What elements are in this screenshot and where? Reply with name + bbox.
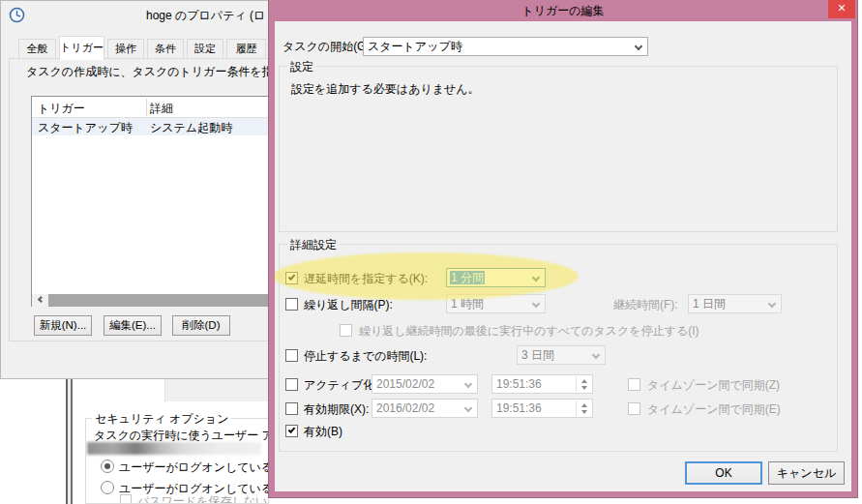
spin-down-icon (581, 410, 587, 414)
properties-titlebar: hoge のプロパティ (ロ (1, 1, 271, 28)
triggers-description: タスクの作成時に、タスクのトリガー条件を指定できま (26, 64, 272, 80)
account-name-redacted[interactable] (87, 442, 261, 455)
activate-date-picker[interactable]: 2015/02/02 (372, 374, 478, 394)
screen: セキュリティ オプション タスクの実行時に使うユーザー アカウン ユーザーがログ… (0, 0, 862, 504)
settings-message: 設定を追加する必要はありません。 (291, 82, 480, 96)
sync-timezone-expire-label: タイムゾーン間で同期(E) (647, 402, 781, 416)
spinner-buttons[interactable] (576, 376, 591, 392)
repeat-checkbox[interactable] (285, 298, 298, 311)
properties-title: hoge のプロパティ (ロ (146, 8, 265, 24)
expire-time-spinner[interactable]: 19:51:36 (491, 399, 593, 418)
tab-actions[interactable]: 操作 (107, 39, 144, 59)
ok-button[interactable]: OK (685, 461, 762, 485)
chevron-down-icon (635, 43, 642, 50)
security-options-content: タスクの実行時に使うユーザー アカウン ユーザーがログオンしているときのみ ユー… (86, 419, 268, 503)
column-header-trigger[interactable]: トリガー (38, 101, 85, 117)
edit-button[interactable]: 編集(E)... (104, 315, 162, 336)
expire-checkbox[interactable] (285, 402, 298, 415)
duration-combo[interactable]: 1 日間 (688, 294, 782, 313)
table-row[interactable]: スタートアップ時 システム起動時 (32, 118, 272, 135)
trigger-list: トリガー 詳細 スタートアップ時 システム起動時 (31, 96, 272, 307)
sync-timezone-expire-checkbox[interactable] (628, 402, 640, 415)
duration-value: 1 日間 (693, 297, 726, 311)
spin-up-icon (581, 403, 587, 407)
expire-date-value: 2016/02/02 (376, 401, 434, 415)
close-button[interactable]: × (828, 0, 855, 18)
settings-group-title: 設定 (287, 59, 316, 75)
edit-trigger-title: トリガーの編集 (521, 4, 604, 17)
task-start-label: タスクの開始(G): (282, 40, 373, 53)
task-start-value: スタートアップ時 (368, 40, 462, 53)
password-checkbox-label: パスワードを保存しない。タス (137, 494, 268, 503)
column-divider[interactable] (146, 99, 147, 116)
enabled-checkbox[interactable] (285, 425, 298, 437)
task-start-combo[interactable]: スタートアップ時 (363, 37, 648, 56)
check-icon (288, 273, 296, 281)
chevron-down-icon (464, 404, 472, 412)
radio-logged-on-only[interactable] (101, 460, 114, 473)
stop-after-checkbox[interactable] (285, 349, 298, 362)
cancel-button[interactable]: キャンセル (768, 461, 845, 485)
activate-checkbox[interactable] (285, 378, 298, 391)
radio-logged-on-or-not[interactable] (101, 481, 114, 494)
stop-all-tasks-checkbox[interactable] (340, 324, 352, 337)
expire-time-value: 19:51:36 (496, 401, 542, 415)
close-icon: × (838, 0, 846, 15)
tab-conditions[interactable]: 条件 (147, 39, 184, 59)
chevron-down-icon (532, 300, 540, 308)
repeat-combo[interactable]: 1 時間 (446, 294, 546, 313)
new-button[interactable]: 新規(N)... (34, 315, 92, 336)
scroll-left-button[interactable] (32, 294, 48, 307)
settings-group: 設定 設定を追加する必要はありません。 (279, 66, 838, 232)
duration-label: 継続時間(F): (613, 298, 678, 311)
delay-checkbox[interactable] (285, 272, 298, 284)
background-window-panel (164, 376, 269, 404)
activate-time-spinner[interactable]: 19:51:36 (491, 374, 593, 394)
advanced-settings-title: 詳細設定 (287, 237, 340, 253)
chevron-down-icon (592, 351, 600, 359)
expire-label: 有効期限(X): (304, 402, 369, 416)
repeat-value: 1 時間 (451, 297, 484, 311)
chevron-down-icon (768, 300, 776, 308)
account-label: タスクの実行時に使うユーザー アカウン (94, 429, 268, 442)
background-window-edge (66, 375, 73, 504)
sync-timezone-activate-label: タイムゾーン間で同期(Z) (647, 378, 780, 392)
advanced-settings-group: 詳細設定 遅延時間を指定する(K): 1 分間 繰り返し間隔(P): 1 時間 (279, 244, 838, 452)
chevron-down-icon (532, 274, 540, 282)
tab-triggers[interactable]: トリガー (59, 36, 104, 60)
activate-date-value: 2015/02/02 (376, 377, 434, 391)
radio-logged-on-or-not-label: ユーザーがログオンしているかどうか (119, 482, 268, 495)
detail-cell: システム起動時 (150, 120, 232, 136)
spin-up-icon (581, 379, 587, 383)
sync-timezone-activate-checkbox[interactable] (628, 378, 640, 391)
tab-history[interactable]: 履歴 (226, 39, 266, 59)
expire-date-picker[interactable]: 2016/02/02 (372, 399, 478, 418)
edit-trigger-body: タスクの開始(G): スタートアップ時 設定 設定を追加する必要はありません。 … (275, 21, 851, 491)
chevron-down-icon (464, 380, 472, 388)
check-icon (288, 426, 296, 433)
column-header-detail[interactable]: 詳細 (150, 101, 173, 117)
delay-combo[interactable]: 1 分間 (446, 268, 546, 287)
tab-general[interactable]: 全般 (18, 39, 56, 59)
enabled-label: 有効(B) (304, 425, 342, 438)
spin-down-icon (581, 386, 587, 390)
delete-button[interactable]: 削除(D) (172, 315, 230, 336)
stop-after-combo[interactable]: 3 日間 (517, 345, 606, 365)
horizontal-scrollbar[interactable] (32, 294, 272, 307)
repeat-label: 繰り返し間隔(P): (304, 298, 393, 311)
edit-trigger-titlebar: トリガーの編集 (269, 0, 857, 21)
tab-settings[interactable]: 設定 (187, 39, 223, 59)
stop-after-label: 停止するまでの時間(L): (304, 349, 427, 363)
trigger-list-header: トリガー 詳細 (32, 97, 272, 118)
radio-logged-on-only-label: ユーザーがログオンしているときのみ (119, 460, 268, 474)
password-checkbox[interactable] (120, 494, 132, 503)
chevron-left-icon (38, 296, 45, 303)
scrollbar-thumb[interactable] (48, 294, 272, 307)
properties-dialog: hoge のプロパティ (ロ 全般 トリガー 操作 条件 設定 履歴 タスクの作… (0, 0, 272, 379)
activate-time-value: 19:51:36 (496, 377, 542, 391)
delay-label: 遅延時間を指定する(K): (304, 272, 428, 285)
triggers-tab-page: タスクの作成時に、タスクのトリガー条件を指定できま トリガー 詳細 スタートアッ… (9, 58, 272, 341)
spinner-buttons[interactable] (576, 400, 591, 416)
delay-value: 1 分間 (450, 271, 485, 284)
clock-icon (9, 7, 25, 23)
